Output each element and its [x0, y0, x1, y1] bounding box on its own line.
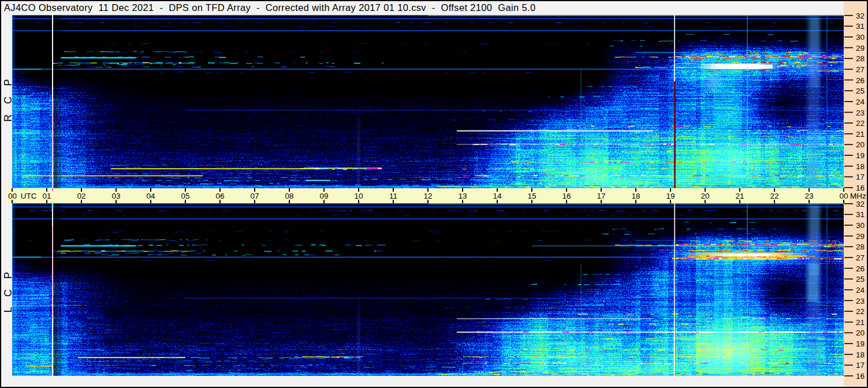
- svg-text:24: 24: [856, 98, 865, 106]
- svg-text:29: 29: [856, 232, 865, 241]
- svg-text:16: 16: [856, 184, 865, 192]
- svg-text:28: 28: [856, 242, 865, 251]
- svg-text:18: 18: [856, 162, 865, 171]
- svg-text:31: 31: [856, 22, 865, 31]
- svg-text:32: 32: [856, 12, 865, 20]
- svg-text:30: 30: [856, 33, 865, 42]
- svg-text:31: 31: [856, 210, 865, 219]
- svg-text:26: 26: [856, 76, 865, 85]
- svg-text:20: 20: [856, 329, 865, 337]
- svg-text:26: 26: [856, 264, 865, 273]
- svg-text:22: 22: [856, 119, 865, 128]
- svg-text:17: 17: [856, 173, 865, 181]
- svg-text:22: 22: [856, 307, 865, 316]
- svg-text:17: 17: [856, 361, 865, 370]
- svg-text:28: 28: [856, 54, 865, 63]
- svg-text:21: 21: [856, 318, 865, 327]
- svg-text:25: 25: [856, 275, 865, 283]
- svg-text:27: 27: [856, 253, 865, 262]
- svg-text:19: 19: [856, 151, 865, 160]
- svg-text:18: 18: [856, 350, 865, 359]
- svg-text:25: 25: [856, 87, 865, 95]
- svg-text:16: 16: [856, 372, 865, 380]
- svg-text:30: 30: [856, 221, 865, 230]
- svg-text:19: 19: [856, 339, 865, 348]
- svg-text:23: 23: [856, 109, 865, 117]
- svg-text:29: 29: [856, 44, 865, 53]
- svg-text:27: 27: [856, 65, 865, 74]
- svg-text:20: 20: [856, 140, 865, 149]
- svg-text:24: 24: [856, 286, 865, 294]
- svg-text:21: 21: [856, 130, 865, 139]
- svg-text:32: 32: [856, 200, 865, 208]
- svg-text:23: 23: [856, 297, 865, 305]
